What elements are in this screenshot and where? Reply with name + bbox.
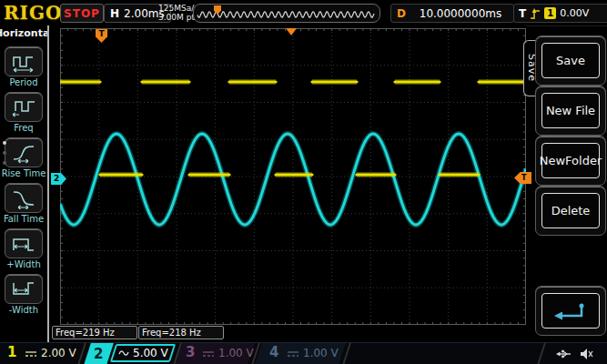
back-button-frame	[535, 286, 606, 336]
fall-time-icon	[10, 187, 37, 209]
waveform-plot	[60, 28, 526, 325]
ac-coupling-icon	[118, 349, 129, 357]
waveform-overview-bar	[193, 4, 380, 23]
menu-item-fall-time[interactable]: Fall Time	[4, 183, 44, 224]
left-menu: Horizontal Period Freq	[0, 25, 47, 342]
period-icon	[10, 51, 37, 73]
trigger-source-badge: 1	[544, 7, 556, 19]
dc-coupling-icon	[287, 349, 299, 359]
trigger-info-box: T 1 0.00V	[513, 4, 607, 23]
trigger-level-value: 0.00V	[560, 7, 589, 19]
measurement-freq-1: Freq=219 Hz	[52, 326, 137, 339]
save-button[interactable]: Save	[541, 43, 600, 78]
new-file-button-frame: New File	[535, 86, 606, 136]
menu-item-period[interactable]: Period	[5, 46, 43, 87]
speaker-muted-icon	[579, 348, 594, 360]
new-folder-button[interactable]: NewFolder	[541, 143, 600, 178]
channel-1-scale: 2.00 V	[41, 347, 76, 359]
channel-3-number: 3	[186, 344, 195, 360]
delete-button-frame: Delete	[535, 186, 606, 236]
oscilloscope-screen: RIGOL STOP H 2.00ms 125MSa/s 3.00M pts D…	[0, 0, 607, 364]
graticule-display: T T 2 Freq=219 Hz Freq=218 Hz	[49, 25, 526, 342]
new-folder-button-frame: NewFolder	[535, 136, 606, 186]
trigger-label: T	[519, 7, 526, 20]
minus-width-icon	[10, 278, 37, 300]
channel-4-scale: 1.00 V	[303, 347, 339, 359]
menu-item-minus-width[interactable]: -Width	[5, 274, 43, 315]
menu-item-rise-time[interactable]: Rise Time	[2, 137, 46, 178]
left-menu-title: Horizontal	[0, 27, 53, 39]
new-file-button[interactable]: New File	[541, 93, 600, 128]
menu-page-dot	[3, 151, 6, 155]
channel-status-bar: 1 2.00 V 2 5.00 V 3	[0, 342, 607, 364]
delay-box: D 10.0000000ms	[390, 4, 514, 23]
rising-edge-icon	[530, 7, 541, 20]
channel-4-number: 4	[269, 344, 278, 360]
menu-item-plus-width[interactable]: +Width	[5, 228, 43, 269]
delete-button[interactable]: Delete	[541, 193, 600, 228]
run-state-indicator: STOP	[60, 4, 104, 23]
delay-label: D	[397, 7, 406, 20]
delay-value: 10.0000000ms	[413, 7, 508, 20]
menu-page-dot	[3, 141, 6, 145]
menu-item-freq[interactable]: Freq	[5, 92, 43, 133]
dc-coupling-icon	[25, 349, 37, 359]
save-button-frame: Save	[535, 35, 606, 86]
timebase-label: H	[110, 7, 119, 20]
plus-width-icon	[10, 233, 37, 255]
dc-coupling-icon	[202, 349, 215, 359]
rise-time-icon	[10, 142, 37, 164]
header-bar: RIGOL STOP H 2.00ms 125MSa/s 3.00M pts D…	[0, 0, 607, 26]
channel-3-scale: 1.00 V	[218, 347, 254, 359]
return-arrow-icon	[551, 300, 590, 322]
channel-2-scale-box: 5.00 V	[110, 344, 176, 362]
channel-2-number: 2	[94, 346, 103, 362]
menu-page-dot	[3, 161, 6, 165]
freq-icon	[10, 96, 37, 118]
overview-waveform	[194, 5, 378, 20]
horizontal-center-marker-icon	[286, 28, 297, 35]
measurement-freq-2: Freq=218 Hz	[138, 326, 224, 339]
channel-2-scale: 5.00 V	[133, 347, 168, 359]
back-button[interactable]	[541, 293, 600, 329]
channel-1-number: 1	[7, 344, 16, 360]
usb-icon	[555, 349, 573, 359]
